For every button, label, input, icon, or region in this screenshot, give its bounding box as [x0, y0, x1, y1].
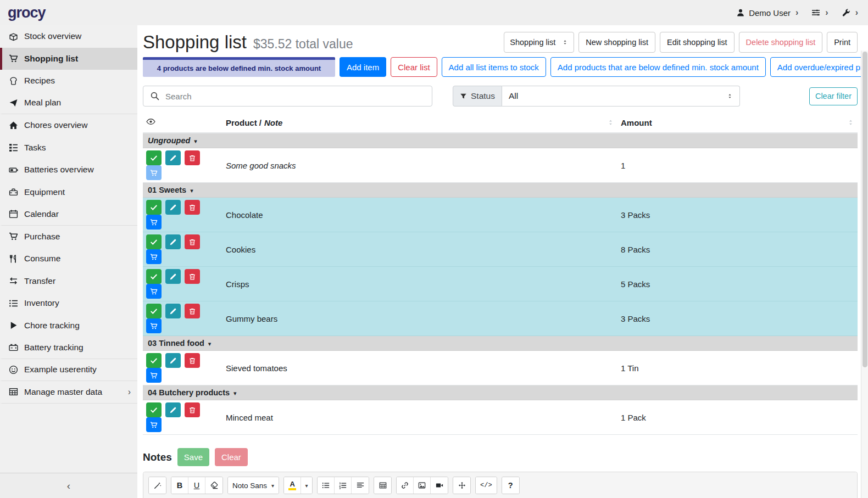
delete-item-button[interactable]: [185, 269, 200, 284]
add-all-to-stock-button[interactable]: Add all list items to stock: [442, 57, 546, 77]
sidebar-item-chores-overview[interactable]: Chores overview: [0, 114, 137, 137]
sidebar-item-shopping-list[interactable]: Shopping list: [0, 48, 137, 70]
mark-done-button[interactable]: [146, 304, 162, 318]
insert-table-button[interactable]: [374, 477, 391, 494]
sidebar-item-consume[interactable]: Consume: [0, 248, 137, 270]
sidebar-item-example-userentity[interactable]: Example userentity: [0, 359, 137, 382]
product-column-header[interactable]: Product /: [226, 118, 261, 127]
new-shopping-list-button[interactable]: New shopping list: [578, 32, 655, 53]
settings-menu[interactable]: ›: [811, 8, 828, 18]
delete-item-button[interactable]: [185, 150, 200, 165]
insert-video-button[interactable]: [431, 477, 448, 494]
codeview-button[interactable]: </>: [476, 477, 497, 494]
add-below-min-button[interactable]: Add products that are below defined min.…: [550, 57, 766, 77]
cart-icon: [150, 322, 158, 330]
eye-icon[interactable]: [146, 117, 155, 126]
edit-item-button[interactable]: [165, 200, 181, 215]
add-to-stock-button[interactable]: [146, 318, 162, 333]
help-button[interactable]: ?: [502, 477, 519, 494]
notes-save-button[interactable]: Save: [177, 448, 209, 466]
font-family-button[interactable]: Noto Sans▾: [228, 477, 279, 494]
delete-item-button[interactable]: [185, 234, 200, 249]
sidebar-item-batteries-overview[interactable]: Batteries overview: [0, 159, 137, 181]
user-menu[interactable]: Demo User ›: [736, 8, 798, 18]
mark-done-button[interactable]: [146, 269, 162, 284]
notes-clear-button[interactable]: Clear: [215, 448, 248, 466]
clear-list-button[interactable]: Clear list: [391, 57, 437, 77]
paragraph-align-button[interactable]: [352, 477, 369, 494]
highlight-color-caret-button[interactable]: ▾: [301, 477, 312, 494]
delete-item-button[interactable]: [185, 353, 200, 368]
clear-filter-button[interactable]: Clear filter: [809, 87, 858, 105]
print-button[interactable]: Print: [827, 32, 858, 53]
edit-item-button[interactable]: [165, 269, 181, 284]
note-column-header[interactable]: Note: [264, 118, 282, 127]
shopping-list-selector[interactable]: Shopping list: [504, 32, 574, 53]
sidebar-item-purchase[interactable]: Purchase: [0, 226, 137, 248]
add-to-stock-button[interactable]: [146, 417, 162, 432]
highlight-color-button[interactable]: A: [284, 477, 301, 494]
grocy-logo[interactable]: grocy: [8, 4, 46, 21]
sidebar-item-chore-tracking[interactable]: Chore tracking: [0, 315, 137, 337]
pencil-icon: [169, 307, 177, 315]
car-battery-icon: [9, 343, 18, 352]
edit-item-button[interactable]: [165, 150, 181, 165]
sidebar-item-battery-tracking[interactable]: Battery tracking: [0, 337, 137, 359]
underline-button[interactable]: U: [188, 477, 205, 494]
chevron-right-icon: ›: [855, 8, 858, 18]
search-input[interactable]: [143, 86, 432, 107]
edit-item-button[interactable]: [165, 304, 181, 318]
mark-done-button[interactable]: [146, 200, 162, 215]
add-to-stock-button[interactable]: [146, 249, 162, 264]
sidebar-item-manage-master-data[interactable]: Manage master data›: [0, 381, 137, 404]
add-to-stock-button[interactable]: [146, 215, 162, 230]
insert-link-button[interactable]: [397, 477, 414, 494]
mark-done-button[interactable]: [146, 150, 162, 165]
delete-shopping-list-button[interactable]: Delete shopping list: [739, 32, 823, 53]
delete-item-button[interactable]: [185, 200, 200, 215]
sidebar-item-transfer[interactable]: Transfer: [0, 270, 137, 293]
delete-item-button[interactable]: [185, 402, 200, 417]
bold-button[interactable]: B: [171, 477, 188, 494]
add-to-stock-button[interactable]: [146, 368, 162, 383]
insert-picture-button[interactable]: [414, 477, 431, 494]
scrollbar-thumb[interactable]: [863, 52, 867, 367]
ordered-list-button[interactable]: [335, 477, 352, 494]
notes-title: Notes: [143, 451, 172, 463]
edit-item-button[interactable]: [165, 402, 181, 417]
sort-icon[interactable]: [847, 119, 854, 126]
add-item-button[interactable]: Add item: [340, 57, 386, 77]
sort-icon[interactable]: [607, 119, 614, 126]
video-icon: [436, 482, 443, 489]
mark-done-button[interactable]: [146, 402, 162, 417]
picture-icon: [418, 482, 426, 489]
edit-shopping-list-button[interactable]: Edit shopping list: [660, 32, 735, 53]
magic-style-button[interactable]: [149, 477, 166, 494]
sidebar-item-calendar[interactable]: Calendar: [0, 203, 137, 226]
edit-item-button[interactable]: [165, 353, 181, 368]
fullscreen-button[interactable]: [453, 477, 470, 494]
ordered-list-icon: [339, 482, 347, 489]
sidebar-item-stock-overview[interactable]: Stock overview: [0, 25, 137, 48]
sidebar-item-equipment[interactable]: Equipment: [0, 181, 137, 204]
delete-item-button[interactable]: [185, 304, 200, 318]
mark-done-button[interactable]: [146, 234, 162, 249]
sidebar-collapse-button[interactable]: ‹: [0, 473, 137, 498]
amount-column-header[interactable]: Amount: [621, 118, 652, 127]
sidebar-item-meal-plan[interactable]: Meal plan: [0, 92, 137, 115]
tasks-icon: [9, 143, 18, 152]
sidebar-item-inventory[interactable]: Inventory: [0, 292, 137, 315]
admin-menu[interactable]: ›: [842, 8, 858, 18]
clear-formatting-button[interactable]: [205, 477, 222, 494]
caret-down-icon: ▾: [271, 483, 274, 489]
unordered-list-button[interactable]: [318, 477, 335, 494]
mark-done-button[interactable]: [146, 353, 162, 368]
sidebar-item-recipes[interactable]: Recipes: [0, 70, 137, 92]
add-to-stock-button[interactable]: [146, 284, 162, 299]
add-to-stock-button[interactable]: [146, 165, 162, 180]
sidebar-item-tasks[interactable]: Tasks: [0, 137, 137, 159]
status-filter-select[interactable]: All: [502, 86, 740, 107]
add-overdue-button[interactable]: Add overdue/expired products: [770, 57, 868, 77]
edit-item-button[interactable]: [165, 234, 181, 249]
vertical-scrollbar[interactable]: [861, 51, 868, 498]
